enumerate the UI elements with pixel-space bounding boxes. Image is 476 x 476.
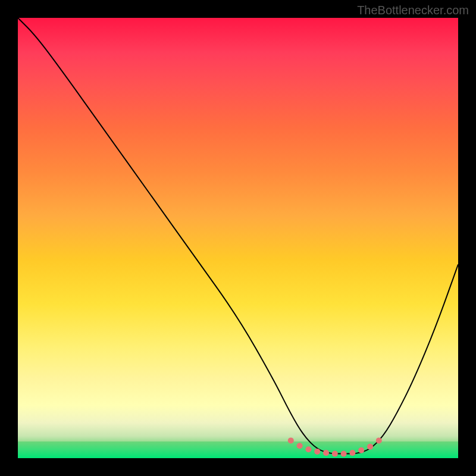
optimal-dot [314, 449, 320, 455]
optimal-dot [376, 437, 382, 443]
optimal-dot [341, 451, 347, 457]
optimal-dot [332, 451, 338, 457]
optimal-dot [349, 450, 355, 456]
chart-plot-area [18, 18, 458, 458]
optimal-dot [367, 444, 373, 450]
optimal-dots-group [288, 437, 382, 456]
watermark-text: TheBottlenecker.com [357, 4, 469, 17]
optimal-dot [297, 443, 303, 449]
optimal-dot [323, 450, 329, 456]
optimal-dot [358, 447, 364, 453]
bottleneck-curve [18, 18, 458, 454]
optimal-dot [305, 446, 311, 452]
optimal-dot [288, 437, 294, 443]
chart-svg [18, 18, 458, 458]
